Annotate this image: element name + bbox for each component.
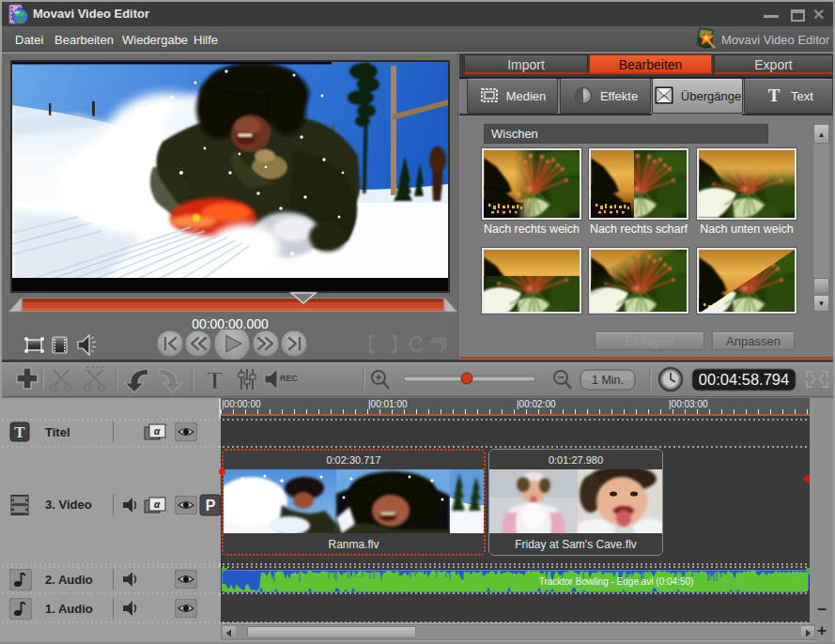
svg-text:α: α [154,499,161,510]
svg-text:P: P [206,498,216,514]
svg-text:α: α [154,426,161,437]
svg-text:1 Min.: 1 Min. [592,374,624,387]
svg-text:|00:01:00: |00:01:00 [368,399,408,409]
svg-text:|00:03:00: |00:03:00 [669,399,708,409]
svg-text:T: T [14,423,25,441]
svg-text:|00:02:00: |00:02:00 [517,399,556,409]
svg-text:00:04:58.794: 00:04:58.794 [699,371,789,388]
svg-text:|00:00:00: |00:00:00 [222,399,261,409]
svg-text:REC: REC [280,374,299,383]
svg-text:T: T [207,367,223,394]
svg-text:Tracktor Bowling - Edge.avi (0: Tracktor Bowling - Edge.avi (0:04:50) [539,576,694,587]
